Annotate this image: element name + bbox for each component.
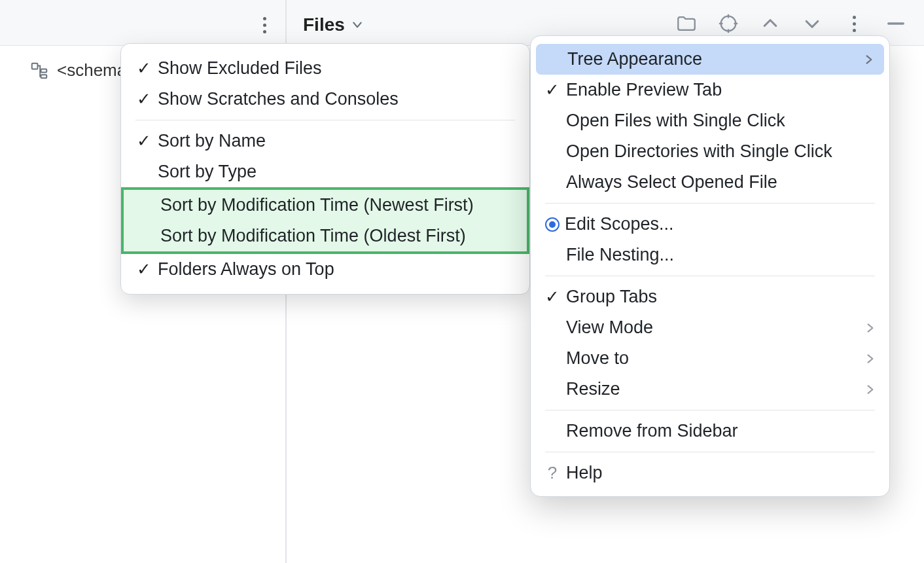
menu-item-label: Tree Appearance [567,49,858,69]
toolbar-right [675,12,908,35]
chevron-right-icon [864,384,876,395]
menu-separator [545,452,875,452]
chevron-right-icon [864,353,876,365]
menu-item-sort-by-type[interactable]: Sort by Type [121,156,529,187]
svg-rect-8 [41,75,47,78]
menu-item-label: Enable Preview Tab [566,80,876,100]
check-icon: ✓ [135,89,152,109]
menu-item-resize[interactable]: Resize [531,374,889,405]
menu-item-view-mode[interactable]: View Mode [531,312,889,343]
highlighted-annotation: Sort by Modification Time (Newest First)… [121,187,529,254]
menu-item-label: Sort by Type [158,162,515,182]
menu-item-label: Always Select Opened File [566,172,876,192]
menu-item-label: Resize [566,379,859,399]
check-icon: ✓ [544,287,561,307]
question-icon: ? [544,463,561,483]
sidebar-options-button[interactable] [255,12,274,38]
menu-item-show-excluded-files[interactable]: ✓ Show Excluded Files [121,53,529,84]
menu-item-label: Move to [566,348,859,369]
menu-item-label: Remove from Sidebar [566,421,876,441]
check-icon: ✓ [135,58,152,79]
check-icon: ✓ [135,259,152,280]
menu-item-label: Sort by Name [158,131,515,151]
menu-item-folders-on-top[interactable]: ✓ Folders Always on Top [121,254,529,285]
check-icon: ✓ [135,131,152,151]
menu-separator [545,410,875,410]
schema-icon [29,61,49,81]
menu-item-label: Sort by Modification Time (Oldest First) [160,226,512,246]
radio-icon [545,217,560,232]
menu-item-label: Help [566,463,876,483]
menu-item-label: File Nesting... [566,245,876,265]
menu-item-always-select-opened[interactable]: Always Select Opened File [531,167,889,198]
menu-item-label: Group Tabs [566,287,876,307]
menu-item-open-files-single-click[interactable]: Open Files with Single Click [531,105,889,136]
check-icon: ✓ [544,80,561,100]
menu-item-edit-scopes[interactable]: Edit Scopes... [531,209,889,240]
panel-options-button[interactable] [842,12,866,35]
menu-item-file-nesting[interactable]: File Nesting... [531,240,889,270]
folder-icon[interactable] [675,12,698,35]
menu-separator [545,276,875,276]
menu-item-label: Folders Always on Top [158,259,515,280]
menu-item-enable-preview-tab[interactable]: ✓ Enable Preview Tab [531,75,889,105]
menu-item-label: Open Directories with Single Click [566,141,876,162]
chevron-down-icon [351,19,363,31]
menu-item-label: Edit Scopes... [565,214,876,234]
menu-item-label: Sort by Modification Time (Newest First) [160,195,512,215]
menu-item-label: Show Scratches and Consoles [158,89,515,109]
menu-item-group-tabs[interactable]: ✓ Group Tabs [531,282,889,312]
menu-separator [135,120,515,120]
menu-item-move-to[interactable]: Move to [531,343,889,374]
schema-row[interactable]: <schema [29,60,126,81]
menu-item-sort-mod-newest[interactable]: Sort by Modification Time (Newest First) [124,190,527,221]
target-icon[interactable] [717,12,740,35]
menu-item-sort-by-name[interactable]: ✓ Sort by Name [121,126,529,156]
menu-item-label: View Mode [566,318,859,338]
files-tab[interactable]: Files [303,14,363,35]
svg-rect-7 [41,69,47,72]
svg-rect-6 [32,63,38,69]
tree-appearance-submenu: ✓ Show Excluded Files ✓ Show Scratches a… [120,43,530,295]
collapse-down-icon[interactable] [800,12,824,35]
svg-point-0 [721,16,736,31]
menu-item-sort-mod-oldest[interactable]: Sort by Modification Time (Oldest First) [124,221,527,251]
menu-item-remove-from-sidebar[interactable]: Remove from Sidebar [531,416,889,446]
files-tab-label: Files [303,14,345,35]
menu-item-label: Show Excluded Files [158,58,515,79]
menu-item-help[interactable]: ? Help [531,458,889,488]
menu-item-show-scratches[interactable]: ✓ Show Scratches and Consoles [121,84,529,115]
chevron-right-icon [864,322,876,334]
panel-options-menu: Tree Appearance ✓ Enable Preview Tab Ope… [530,35,890,497]
expand-up-icon[interactable] [758,12,782,35]
menu-item-open-dirs-single-click[interactable]: Open Directories with Single Click [531,136,889,167]
menu-item-label: Open Files with Single Click [566,111,876,131]
menu-separator [545,203,875,204]
minimize-icon[interactable] [884,12,908,35]
chevron-right-icon [863,54,875,65]
menu-item-tree-appearance[interactable]: Tree Appearance [536,44,884,75]
schema-label: <schema [57,60,126,81]
